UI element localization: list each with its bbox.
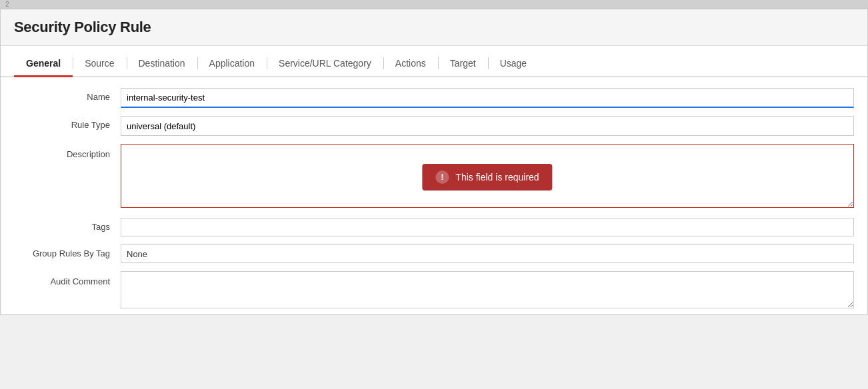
tab-usage[interactable]: Usage — [488, 51, 539, 77]
name-label: Name — [14, 88, 121, 102]
rule-type-input[interactable] — [121, 116, 854, 136]
panel: Security Policy Rule General Source Dest… — [0, 9, 868, 315]
audit-comment-label: Audit Comment — [14, 271, 121, 286]
name-field-wrapper — [121, 88, 854, 108]
tab-application[interactable]: Application — [197, 51, 267, 77]
tags-label: Tags — [14, 218, 121, 232]
top-bar: 2 — [0, 0, 868, 9]
description-row: Description ! This field is required — [1, 140, 867, 214]
description-textarea[interactable] — [121, 144, 854, 208]
form-area: Name Rule Type Description — [1, 77, 867, 314]
description-field-wrapper: ! This field is required — [121, 144, 854, 210]
rule-type-row: Rule Type — [1, 112, 867, 140]
tab-target[interactable]: Target — [438, 51, 488, 77]
rule-type-label: Rule Type — [14, 116, 121, 130]
tab-destination[interactable]: Destination — [127, 51, 197, 77]
page-title: Security Policy Rule — [14, 19, 854, 36]
name-row: Name — [1, 84, 867, 112]
name-input[interactable] — [121, 88, 854, 108]
outer-container: 2 Security Policy Rule General Source De… — [0, 0, 868, 389]
group-rules-row: Group Rules By Tag None — [1, 240, 867, 267]
audit-comment-row: Audit Comment — [1, 267, 867, 314]
group-rules-value: None — [127, 249, 147, 259]
group-rules-display[interactable]: None — [121, 244, 854, 263]
tab-general[interactable]: General — [14, 51, 73, 77]
title-bar: Security Policy Rule — [1, 9, 867, 46]
tags-input[interactable] — [121, 218, 854, 236]
audit-comment-field-wrapper — [121, 271, 854, 310]
description-label: Description — [14, 144, 121, 159]
audit-comment-textarea[interactable] — [121, 271, 854, 308]
tags-row: Tags — [1, 214, 867, 240]
tab-actions[interactable]: Actions — [383, 51, 438, 77]
tags-field-wrapper — [121, 218, 854, 236]
tab-source[interactable]: Source — [73, 51, 126, 77]
tabs-bar: General Source Destination Application S… — [1, 51, 867, 77]
row-number-2: 2 — [5, 1, 9, 8]
group-rules-label: Group Rules By Tag — [14, 244, 121, 258]
tab-service-url[interactable]: Service/URL Category — [267, 51, 383, 77]
rule-type-field-wrapper — [121, 116, 854, 136]
group-rules-field-wrapper: None — [121, 244, 854, 263]
